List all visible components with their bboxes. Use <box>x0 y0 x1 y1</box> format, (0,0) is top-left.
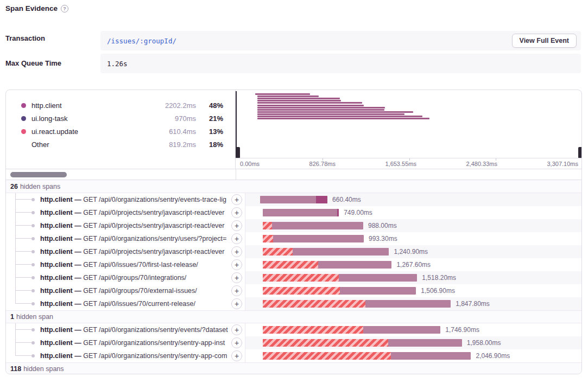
span-bar[interactable] <box>263 274 418 282</box>
expand-span-button[interactable]: + <box>231 324 242 335</box>
span-queue-hatch <box>263 274 339 282</box>
axis-tick-mark <box>409 158 410 161</box>
span-bar[interactable] <box>263 261 392 269</box>
span-description: GET /api/0/issues/70/first-last-release/ <box>83 261 198 269</box>
expand-span-button[interactable]: + <box>231 298 242 309</box>
span-row[interactable]: 993.30ms http.client — GET /api/0/organi… <box>6 232 581 245</box>
span-row-name-area: http.client — GET /api/0/organizations/s… <box>6 323 245 336</box>
span-op: http.client — <box>40 352 83 360</box>
span-row[interactable]: 1,267.60ms http.client — GET /api/0/issu… <box>6 258 581 271</box>
span-description: GET /api/0/organizations/sentry/users/?p… <box>83 235 226 242</box>
transaction-label: Transaction <box>5 34 45 42</box>
span-duration-label: 1,518.20ms <box>422 271 456 284</box>
span-duration-label: 988.00ms <box>368 219 397 232</box>
help-icon[interactable]: ? <box>61 5 68 12</box>
span-text: http.client — GET /api/0/issues/70/curre… <box>40 297 231 310</box>
span-bar[interactable] <box>263 235 364 242</box>
legend-dot <box>21 116 26 121</box>
legend-row[interactable]: ui.react.update 610.4ms 13% <box>6 125 235 138</box>
tree-connector-vertical <box>15 245 16 258</box>
span-row[interactable]: 1,240.90ms http.client — GET /api/0/proj… <box>6 245 581 258</box>
span-bar[interactable] <box>263 300 451 308</box>
time-axis: 0.00ms826.78ms1,653.55ms2,480.33ms3,307.… <box>236 158 582 169</box>
span-description: GET /api/0/issues/70/current-release/ <box>83 300 195 308</box>
span-op: http.client — <box>40 261 83 269</box>
minimap-span-bar <box>257 107 385 108</box>
span-row[interactable]: 1,506.90ms http.client — GET /api/0/grou… <box>6 284 581 297</box>
expand-span-button[interactable]: + <box>231 220 242 231</box>
span-row[interactable]: 1,847.80ms http.client — GET /api/0/issu… <box>6 297 581 310</box>
expand-span-button[interactable]: + <box>231 285 242 296</box>
span-row-name-area: http.client — GET /api/0/projects/sentry… <box>6 206 245 219</box>
span-row-chart-area: 1,746.90ms <box>245 323 581 336</box>
transaction-value: /issues/:groupId/ <box>107 37 176 45</box>
span-row-name-area: http.client — GET /api/0/groups/70/integ… <box>6 271 245 284</box>
span-op: http.client — <box>40 300 83 308</box>
minimap-span-bar <box>255 93 310 95</box>
expand-span-button[interactable]: + <box>231 233 242 244</box>
span-queue-hatch <box>263 235 273 242</box>
span-row[interactable]: 749.00ms http.client — GET /api/0/projec… <box>6 206 581 219</box>
span-op: http.client — <box>40 209 83 216</box>
axis-tick-label: 826.78ms <box>309 161 336 167</box>
axis-tick-mark <box>323 158 323 161</box>
minimap-span-bar <box>257 118 430 119</box>
legend-row[interactable]: Other 819.2ms 18% <box>6 138 235 151</box>
span-row[interactable]: 1,958.00ms http.client — GET /api/0/orga… <box>6 336 581 349</box>
minimap-handle-right[interactable] <box>578 91 582 158</box>
span-row[interactable]: 1,518.20ms http.client — GET /api/0/grou… <box>6 271 581 284</box>
span-row-chart-area: 660.40ms <box>245 193 581 206</box>
expand-span-button[interactable]: + <box>231 194 242 205</box>
span-text: http.client — GET /api/0/projects/sentry… <box>40 245 231 258</box>
expand-span-button[interactable]: + <box>231 207 242 218</box>
tree-connector-horizontal <box>15 277 31 278</box>
span-duration-label: 660.40ms <box>332 193 361 206</box>
span-bar[interactable] <box>263 209 339 216</box>
span-bar[interactable] <box>263 287 416 295</box>
span-row[interactable]: 660.40ms http.client — GET /api/0/organi… <box>6 193 581 206</box>
span-row[interactable]: 1,746.90ms http.client — GET /api/0/orga… <box>6 323 581 336</box>
expand-span-button[interactable]: + <box>231 259 242 270</box>
span-description: GET /api/0/groups/70/external-issues/ <box>83 287 197 295</box>
tree-connector-dot <box>31 263 35 266</box>
legend-row[interactable]: ui.long-task 970ms 21% <box>6 112 235 125</box>
minimap-span-bar <box>257 111 413 113</box>
tree-connector-dot <box>31 276 35 279</box>
span-bar[interactable] <box>263 222 363 229</box>
legend-duration: 610.4ms <box>169 127 196 136</box>
minimap-handle-right-grip <box>578 147 582 158</box>
tree-connector-horizontal <box>15 199 31 200</box>
span-op: http.client — <box>40 274 83 282</box>
span-bar[interactable] <box>263 326 441 334</box>
expand-span-button[interactable]: + <box>231 350 242 361</box>
span-row-name-area: http.client — GET /api/0/projects/sentry… <box>6 219 245 232</box>
minimap-handle-left[interactable] <box>236 91 240 158</box>
span-row-chart-area: 1,847.80ms <box>245 297 581 310</box>
expand-span-button[interactable]: + <box>231 246 242 257</box>
legend-percent: 13% <box>204 127 223 136</box>
hidden-label: hidden spans <box>23 365 64 373</box>
span-bar[interactable] <box>263 352 471 360</box>
span-op: http.client — <box>40 196 83 203</box>
span-row[interactable]: 988.00ms http.client — GET /api/0/projec… <box>6 219 581 232</box>
span-bar[interactable] <box>263 339 462 347</box>
scrollbar-thumb[interactable] <box>10 172 67 177</box>
legend-percent: 21% <box>204 114 223 123</box>
span-row-name-area: http.client — GET /api/0/issues/70/curre… <box>6 297 245 310</box>
tree-connector-horizontal <box>15 238 31 239</box>
span-text: http.client — GET /api/0/groups/70/exter… <box>40 284 231 297</box>
span-text: http.client — GET /api/0/issues/70/first… <box>40 258 231 271</box>
axis-tick-mark <box>496 158 496 161</box>
span-queue-hatch <box>263 339 388 347</box>
view-full-event-button[interactable]: View Full Event <box>512 34 577 48</box>
expand-span-button[interactable]: + <box>231 337 242 348</box>
expand-span-button[interactable]: + <box>231 272 242 283</box>
span-bar[interactable] <box>260 196 327 203</box>
horizontal-scrollbar[interactable] <box>6 169 581 180</box>
tree-connector-horizontal <box>15 225 31 226</box>
span-bar[interactable] <box>263 248 389 256</box>
span-op: http.client — <box>40 326 83 334</box>
legend-row[interactable]: http.client 2202.2ms 48% <box>6 99 235 112</box>
span-rows-container: 26 hidden spans 660.40ms http.client — G… <box>6 180 581 362</box>
span-row[interactable]: 2,046.90ms http.client — GET /api/0/orga… <box>6 349 581 362</box>
